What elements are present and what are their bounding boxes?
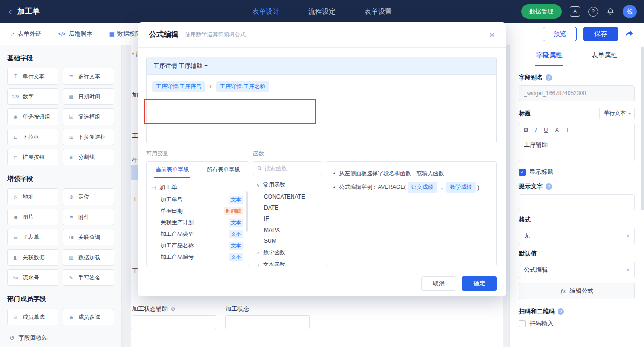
field-button-address[interactable]: ◎地址	[7, 188, 58, 205]
back-icon[interactable]: ‹	[7, 6, 13, 17]
clipped-field-label: 工	[132, 195, 138, 204]
scan-input-checkbox[interactable]	[519, 320, 526, 327]
formula-editor-box: 工序详情.工序辅助 = 工序详情.工序序号 + 工序详情.工序名称	[146, 57, 497, 143]
field-button-dropdown[interactable]: ⊡下拉框	[7, 129, 58, 145]
help-question-icon[interactable]: ?	[546, 183, 552, 190]
tab-field-properties[interactable]: 字段属性	[535, 45, 563, 66]
variable-name: 加工产品编号	[161, 253, 194, 261]
field-button-multiline-text[interactable]: ≣多行文本	[63, 68, 114, 85]
hint-input[interactable]	[519, 194, 635, 210]
caret-down-icon: ▾	[628, 111, 631, 116]
subform-icon: ▤	[12, 235, 20, 240]
italic-button[interactable]: I	[535, 126, 537, 133]
title-editor-content[interactable]: 工序辅助	[519, 137, 634, 161]
save-button[interactable]: 保存	[583, 27, 618, 41]
field-button-subform[interactable]: ▤子表单	[7, 229, 58, 245]
underline-button[interactable]: U	[544, 126, 548, 133]
font-color-button[interactable]: A	[555, 126, 559, 133]
function-item[interactable]: IF	[254, 213, 321, 224]
data-manage-button[interactable]: 数据管理	[521, 4, 562, 19]
formula-field-tag[interactable]: 工序详情.工序名称	[216, 81, 269, 92]
cancel-button[interactable]: 取消	[421, 276, 456, 291]
close-icon[interactable]: ×	[489, 30, 495, 40]
field-button-serial-number[interactable]: №流水号	[7, 269, 58, 286]
variable-row[interactable]: 关联生产计划文本	[147, 217, 249, 228]
field-button-linked-query[interactable]: ◨关联查询	[63, 229, 114, 245]
field-button-image[interactable]: ▣图片	[7, 209, 58, 225]
confirm-button[interactable]: 确定	[462, 276, 497, 291]
status-input[interactable]	[225, 315, 310, 329]
field-button-member-single[interactable]: ☺成员单选	[7, 309, 58, 325]
help-question-icon[interactable]: ?	[546, 74, 552, 81]
formula-content-area[interactable]: 工序详情.工序序号 + 工序详情.工序名称	[147, 75, 496, 143]
help-icon[interactable]: ?	[588, 7, 598, 17]
avatar[interactable]: 检	[623, 5, 637, 18]
show-title-checkbox[interactable]: ✓	[519, 169, 526, 176]
type-badge: 时间戳	[224, 207, 243, 215]
notification-bell-icon[interactable]	[606, 7, 615, 16]
variable-row[interactable]: 加工产品类型文本	[147, 228, 249, 240]
field-button-radio-group[interactable]: ◉单选按钮组	[7, 108, 58, 125]
enhanced-fields-grid: ◎地址 ⊕定位 ▣图片 ⚑附件 ▤子表单 ◨关联查询 ◧关联数据 ▥数据加载 №…	[7, 188, 114, 286]
field-label: 地址	[23, 193, 34, 201]
field-button-member-multi[interactable]: ☻成员多选	[63, 309, 114, 325]
scrollbar-thumb[interactable]	[641, 47, 644, 210]
form-external-link-button[interactable]: ↗ 表单外链	[10, 30, 41, 38]
tab-all-form-fields[interactable]: 所有表单字段	[198, 162, 249, 178]
field-button-signature[interactable]: ✎手写签名	[63, 269, 114, 286]
field-button-location[interactable]: ⊕定位	[63, 188, 114, 205]
field-button-divider[interactable]: ≡分割线	[63, 149, 114, 165]
tab-form-properties[interactable]: 表单属性	[591, 45, 618, 66]
default-value-select[interactable]: 公式编辑 ∨	[519, 262, 635, 278]
format-select[interactable]: 无 ∨	[519, 228, 635, 244]
field-button-data-load[interactable]: ▥数据加载	[63, 249, 114, 266]
function-item[interactable]: MAPX	[254, 224, 321, 235]
variable-row[interactable]: 加工产品名称文本	[147, 240, 249, 251]
font-size-button[interactable]: T	[566, 126, 569, 133]
tab-form-design[interactable]: 表单设计	[252, 7, 280, 16]
function-group-common[interactable]: ∨ 常用函数	[254, 179, 321, 191]
variable-row[interactable]: 加工单号文本	[147, 194, 249, 205]
formula-target-bar: 工序详情.工序辅助 =	[147, 57, 496, 75]
field-button-checkbox-group[interactable]: ☑复选框组	[63, 108, 114, 125]
scrollbar-thumb[interactable]	[246, 191, 248, 232]
function-group-text[interactable]: › 文本函数	[254, 259, 321, 266]
field-button-single-line-text[interactable]: T单行文本	[7, 68, 58, 85]
topbar: ‹ 加工单 表单设计 流程设定 表单设置 数据管理 A ? 检	[0, 0, 644, 23]
title-type-select[interactable]: 单行文本 ▾	[599, 108, 635, 119]
bold-button[interactable]: B	[524, 126, 528, 133]
field-button-number[interactable]: 123数字	[7, 88, 58, 105]
tab-current-form-fields[interactable]: 当前表单字段	[147, 162, 198, 178]
field-button-attachment[interactable]: ⚑附件	[63, 209, 114, 225]
field-button-dropdown-multiselect[interactable]: ⊞下拉复选框	[63, 129, 114, 145]
variable-row[interactable]: 单据日期时间戳	[147, 205, 249, 217]
topbar-left: ‹ 加工单	[7, 6, 40, 17]
panel-labels: 可用变量 函数	[146, 150, 497, 158]
function-item[interactable]: DATE	[254, 202, 321, 213]
edit-formula-button[interactable]: ƒx 编辑公式	[519, 283, 635, 299]
field-label: 定位	[78, 193, 89, 201]
help-question-icon[interactable]: ?	[558, 308, 564, 315]
field-button-linked-data[interactable]: ◧关联数据	[7, 249, 58, 266]
formula-field-tag[interactable]: 工序详情.工序序号	[152, 81, 205, 92]
variables-group-row[interactable]: ▤ 加工单	[147, 181, 249, 194]
status-helper-input[interactable]	[132, 315, 216, 329]
share-icon[interactable]	[625, 30, 634, 38]
field-alias-input[interactable]	[519, 85, 635, 101]
language-icon[interactable]: A	[570, 6, 580, 17]
function-group-math[interactable]: › 数学函数	[254, 246, 321, 259]
field-palette: 基础字段 T单行文本 ≣多行文本 123数字 ▦日期时间 ◉单选按钮组 ☑复选框…	[0, 45, 122, 347]
field-button-datetime[interactable]: ▦日期时间	[63, 88, 114, 105]
function-item[interactable]: SUM	[254, 235, 321, 246]
preview-button[interactable]: 预览	[543, 27, 577, 41]
field-button-extend-button[interactable]: ◻扩展按钮	[7, 149, 58, 165]
function-item[interactable]: CONCATENATE	[254, 191, 321, 202]
caret-down-icon: ∨	[627, 233, 630, 238]
data-permission-button[interactable]: ▦ 数据权限	[109, 30, 141, 38]
function-search-input[interactable]	[265, 165, 318, 171]
tab-flow-settings[interactable]: 流程设定	[308, 7, 336, 16]
variable-row[interactable]: 加工产品编号文本	[147, 251, 249, 263]
field-recycle-bin[interactable]: ↺ 字段回收站	[0, 328, 121, 347]
backend-script-button[interactable]: </> 后端脚本	[58, 30, 92, 38]
tab-form-settings[interactable]: 表单设置	[364, 7, 392, 16]
